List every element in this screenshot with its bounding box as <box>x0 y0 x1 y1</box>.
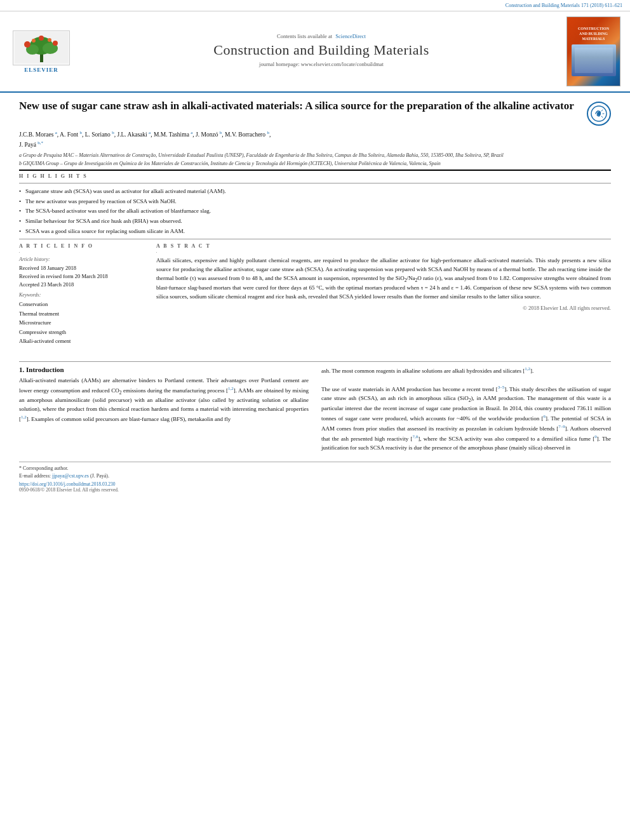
journal-header: ELSEVIER Contents lists available at Sci… <box>0 11 630 93</box>
journal-cover-image: Constructionand BuildingMATERIALS <box>566 17 620 86</box>
highlight-item-1: Sugarcane straw ash (SCSA) was used as a… <box>19 187 611 196</box>
abstract-text: Alkali silicates, expensive and highly p… <box>156 257 611 302</box>
info-abstract-section: A R T I C L E I N F O Article history: R… <box>19 243 611 345</box>
authors-text: J.C.B. Moraes a, A. Font b, L. Soriano b… <box>19 131 271 138</box>
highlights-heading: H I G H L I G H T S <box>19 173 611 179</box>
highlights-list: Sugarcane straw ash (SCSA) was used as a… <box>19 187 611 235</box>
elsevier-tree-logo <box>13 30 70 65</box>
highlight-item-4: Similar behaviour for SCSA and rice husk… <box>19 217 611 225</box>
svg-point-6 <box>53 41 58 46</box>
svg-point-11 <box>597 112 601 116</box>
journal-ref-text: Construction and Building Materials 171 … <box>506 3 622 8</box>
svg-point-5 <box>24 41 30 48</box>
info-top-rule <box>19 252 20 253</box>
abstract-top-rule <box>156 252 157 253</box>
abstract-column: A B S T R A C T Alkali silicates, expens… <box>156 243 611 345</box>
highlight-item-5: SCSA was a good silica source for replac… <box>19 227 611 236</box>
doi-link[interactable]: https://doi.org/10.1016/j.conbuildmat.20… <box>19 481 611 487</box>
svg-point-9 <box>48 38 51 42</box>
contents-available-text: Contents lists available at <box>277 33 332 39</box>
section-number: 1. <box>19 366 24 373</box>
highlight-item-3: The SCSA-based activator was used for th… <box>19 207 611 215</box>
journal-center-info: Contents lists available at ScienceDirec… <box>83 33 560 70</box>
article-title-row: New use of sugar cane straw ash in alkal… <box>19 99 611 126</box>
header-divider <box>19 170 611 171</box>
introduction-section: 1. Introduction Alkali-activated materia… <box>0 352 630 458</box>
abstract-heading: A B S T R A C T <box>156 243 611 249</box>
intro-right-text: ash. The most common reagents in alkalin… <box>321 366 611 453</box>
affiliation-b: b GIQUIMA Group – Grupo de Investigación… <box>19 160 611 167</box>
corresponding-author-note: * Corresponding author. E-mail address: … <box>19 465 611 480</box>
elsevier-brand-text: ELSEVIER <box>24 67 58 73</box>
keywords-label: Keywords: <box>19 292 146 298</box>
highlight-item-2: The new activator was prepared by reacti… <box>19 197 611 206</box>
journal-homepage: journal homepage: www.elsevier.com/locat… <box>83 61 560 67</box>
keywords-list: Conservation Thermal treatment Microstru… <box>19 300 146 345</box>
sciencedirect-line: Contents lists available at ScienceDirec… <box>83 33 560 39</box>
issn-text: 0950-0618/© 2018 Elsevier Ltd. All right… <box>19 487 611 493</box>
highlights-bottom-rule <box>19 239 611 239</box>
affiliation-a: a Grupo de Pesquisa MAC – Materiais Alte… <box>19 152 611 159</box>
article-info-heading: A R T I C L E I N F O <box>19 243 146 249</box>
svg-point-7 <box>39 36 44 41</box>
cover-title-text: Constructionand BuildingMATERIALS <box>578 27 609 41</box>
journal-title-heading: Construction and Building Materials <box>83 42 560 58</box>
introduction-columns: 1. Introduction Alkali-activated materia… <box>19 366 611 453</box>
email-name: (J. Payá). <box>90 473 109 479</box>
history-label: Article history: <box>19 257 146 262</box>
copyright-text: © 2018 Elsevier Ltd. All rights reserved… <box>156 305 611 311</box>
check-for-updates-badge[interactable] <box>587 102 611 126</box>
elsevier-logo-section: ELSEVIER <box>6 30 76 73</box>
email-link[interactable]: jjpaya@cst.upv.es <box>52 473 89 479</box>
intro-left-column: 1. Introduction Alkali-activated materia… <box>19 366 309 453</box>
intro-section-title: 1. Introduction <box>19 366 309 373</box>
intro-top-rule <box>19 361 611 362</box>
article-title: New use of sugar cane straw ash in alkal… <box>19 99 580 114</box>
journal-reference-bar: Construction and Building Materials 171 … <box>0 0 630 11</box>
section-title-text: Introduction <box>26 366 64 373</box>
corresponding-author-text: * Corresponding author. <box>19 465 69 471</box>
authors-line: J.C.B. Moraes a, A. Font b, L. Soriano b… <box>19 130 611 149</box>
authors-text-2: J. Payá b,* <box>19 142 43 148</box>
email-label: E-mail address: <box>19 473 51 479</box>
journal-cover-section: Constructionand BuildingMATERIALS <box>566 17 624 86</box>
intro-left-text: Alkali-activated materials (AAMs) are al… <box>19 377 309 424</box>
intro-right-column: ash. The most common reagents in alkalin… <box>321 366 611 453</box>
highlights-top-rule <box>19 183 611 183</box>
footnote-section: * Corresponding author. E-mail address: … <box>19 462 611 493</box>
sciencedirect-link[interactable]: ScienceDirect <box>335 33 366 39</box>
article-info-column: A R T I C L E I N F O Article history: R… <box>19 243 146 345</box>
received-date: Received 18 January 2018 Received in rev… <box>19 264 146 288</box>
article-main-section: New use of sugar cane straw ash in alkal… <box>0 93 630 350</box>
svg-point-8 <box>32 39 36 43</box>
